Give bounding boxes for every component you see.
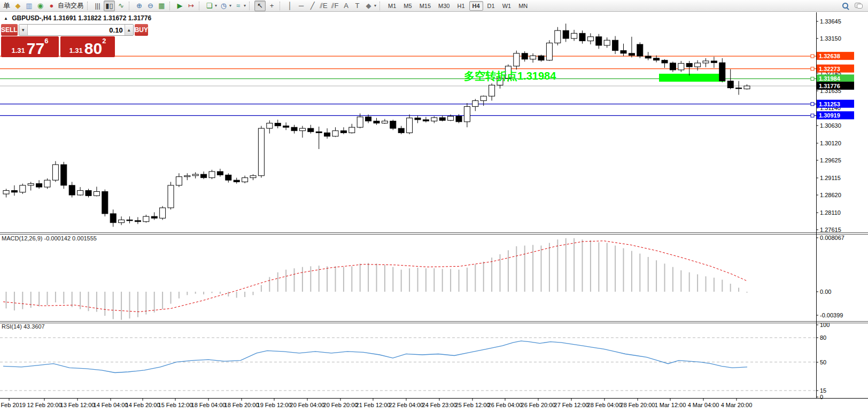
one-click-trading-panel: SELL ▼ ▲ BUY 1.31 77 6 1.31 80 2 (1, 24, 115, 57)
svg-text:28 Feb 20:00: 28 Feb 20:00 (621, 402, 655, 408)
volume-down-button[interactable]: ▼ (19, 25, 28, 35)
candle (654, 58, 660, 60)
cursor-icon[interactable]: ↖ (254, 1, 266, 11)
candle (242, 178, 248, 182)
autotrading-icon[interactable]: ● (46, 1, 57, 11)
candle (390, 121, 396, 129)
chart-canvas[interactable]: 多空转折点1.319840.0080670.00-0.0039910080501… (0, 0, 868, 413)
svg-text:50: 50 (820, 359, 826, 365)
candle (340, 131, 346, 133)
crosshair-icon[interactable]: + (267, 1, 277, 11)
collapse-panel-icon[interactable]: ▲ (4, 16, 8, 21)
candle (727, 81, 733, 88)
equidistant-channel-icon[interactable]: ⫽E (319, 1, 329, 11)
svg-text:1.27615: 1.27615 (820, 227, 841, 233)
candle (52, 165, 58, 180)
new-chart-dropdown[interactable]: ▾ (215, 3, 217, 8)
timeframe-H4[interactable]: H4 (469, 1, 483, 11)
timeframe-D1[interactable]: D1 (484, 1, 498, 11)
candle (44, 180, 50, 187)
tile-windows-icon[interactable]: ▦ (157, 1, 167, 11)
search-icon[interactable] (842, 2, 849, 10)
volume-input[interactable] (28, 25, 125, 35)
main-toolbar: 单◆▥◉●自动交易|||▮▯∿⊕⊖▦▶↦❏▾◷▾≈▾↖+│─╱⫽E⫽FAT◆▾M… (0, 0, 868, 12)
zoom-in-icon[interactable]: ⊕ (134, 1, 144, 11)
candle (736, 88, 742, 89)
timeframe-H1[interactable]: H1 (454, 1, 468, 11)
chart-shift-icon[interactable]: ↦ (186, 1, 196, 11)
arrows-icon[interactable]: ◆ (363, 1, 374, 11)
new-chart-icon[interactable]: ❏ (204, 1, 214, 11)
highlight-rectangle[interactable] (659, 74, 725, 82)
arrows-dropdown[interactable]: ▾ (374, 3, 376, 8)
new-order-icon[interactable]: 单 (2, 1, 12, 11)
buy-price[interactable]: 1.31 80 2 (60, 36, 115, 57)
periods-dropdown[interactable]: ▾ (229, 3, 231, 8)
volume-up-button[interactable]: ▲ (125, 25, 133, 35)
text-label-icon[interactable]: T (352, 1, 362, 11)
candle (316, 132, 322, 133)
svg-text:1.29115: 1.29115 (820, 175, 841, 181)
timeframe-M1[interactable]: M1 (385, 1, 399, 11)
package-icon[interactable]: ◆ (13, 1, 23, 11)
signal-icon[interactable]: ◉ (35, 1, 45, 11)
candle (135, 221, 141, 222)
candle (538, 56, 544, 60)
svg-text:26 Feb 20:00: 26 Feb 20:00 (521, 402, 556, 408)
indicators-dropdown[interactable]: ▾ (244, 3, 246, 8)
buy-price-prefix: 1.31 (69, 47, 83, 56)
fibonacci-icon[interactable]: ⫽F (330, 1, 340, 11)
candle (110, 214, 116, 223)
svg-text:4 Mar 04:00: 4 Mar 04:00 (688, 402, 719, 408)
candle (662, 60, 668, 63)
candle (571, 33, 577, 38)
svg-text:1.30919: 1.30919 (819, 112, 840, 119)
timeframe-M5[interactable]: M5 (400, 1, 415, 11)
candle (357, 117, 363, 127)
candle (267, 123, 273, 128)
sell-price[interactable]: 1.31 77 6 (1, 36, 59, 57)
candlestick-icon[interactable]: ▮▯ (104, 1, 115, 11)
candle (250, 176, 256, 178)
toolbar-separator (129, 2, 131, 10)
bar-chart-icon[interactable]: ||| (92, 1, 103, 11)
svg-text:25 Feb 12:00: 25 Feb 12:00 (455, 402, 490, 408)
svg-text:1.30120: 1.30120 (820, 140, 841, 146)
svg-text:1.28620: 1.28620 (820, 192, 841, 198)
candle (160, 208, 166, 218)
candle (645, 56, 651, 58)
horizontal-line-icon[interactable]: ─ (296, 1, 306, 11)
line-chart-icon[interactable]: ∿ (116, 1, 126, 11)
timeframe-M15[interactable]: M15 (416, 1, 434, 11)
timeframe-MN[interactable]: MN (515, 1, 531, 11)
periods-icon[interactable]: ◷ (219, 1, 229, 11)
chat-icon[interactable] (855, 3, 863, 9)
candle (234, 180, 239, 182)
sell-button[interactable]: SELL (1, 24, 18, 36)
svg-text:0: 0 (820, 394, 823, 400)
svg-text:1.30630: 1.30630 (820, 122, 841, 129)
trendline-icon[interactable]: ╱ (307, 1, 317, 11)
auto-scroll-icon[interactable]: ▶ (175, 1, 185, 11)
level-lines[interactable] (0, 54, 816, 117)
candle (382, 121, 387, 123)
text-icon[interactable]: A (341, 1, 351, 11)
candle (184, 176, 190, 177)
vertical-line-icon[interactable]: │ (285, 1, 295, 11)
svg-text:1.31984: 1.31984 (819, 75, 841, 82)
candle (332, 131, 338, 136)
candle (61, 165, 67, 185)
buy-button[interactable]: BUY (135, 24, 148, 36)
indicators-icon[interactable]: ≈ (233, 1, 243, 11)
timeframe-W1[interactable]: W1 (499, 1, 515, 11)
svg-text:15: 15 (820, 387, 826, 394)
timeframe-M30[interactable]: M30 (435, 1, 453, 11)
time-axis[interactable]: 12 Feb 201912 Feb 20:0013 Feb 12:0014 Fe… (0, 398, 752, 408)
candle (36, 184, 42, 187)
candle (670, 63, 676, 70)
candle (546, 43, 552, 60)
price-axis[interactable]: 1.336451.331501.321451.316351.311401.306… (816, 18, 854, 233)
zoom-out-icon[interactable]: ⊖ (145, 1, 156, 11)
market-watch-icon[interactable]: ▥ (24, 1, 34, 11)
rsi-line (3, 341, 747, 372)
